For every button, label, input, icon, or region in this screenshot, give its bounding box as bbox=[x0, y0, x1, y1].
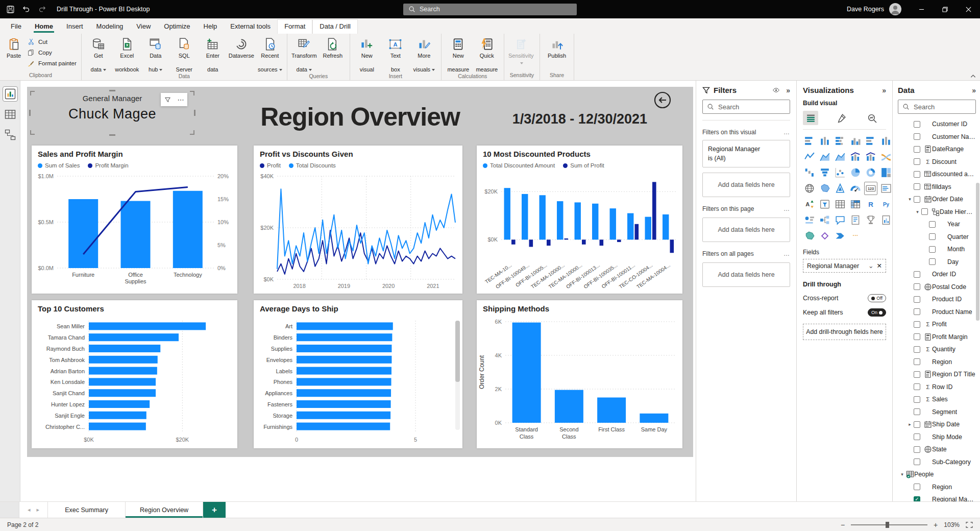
python-visual-icon[interactable]: Py bbox=[879, 198, 892, 211]
clustered-bar-chart-icon[interactable] bbox=[834, 134, 847, 148]
fit-to-page-icon[interactable] bbox=[966, 522, 973, 528]
redo-icon[interactable] bbox=[38, 5, 46, 14]
filter-icon[interactable] bbox=[161, 93, 174, 106]
cut-button[interactable]: Cut bbox=[25, 37, 79, 47]
visual-average-days-to-ship[interactable]: Average Days to Ship05ArtBindersSupplies… bbox=[254, 300, 462, 448]
more-visuals-icon[interactable]: ··· bbox=[849, 229, 862, 243]
line-and-clustered-column-chart-icon[interactable] bbox=[864, 150, 877, 163]
visual-shipping-methods[interactable]: Shipping Methods0K2K4K6KStandardClassSec… bbox=[477, 300, 682, 448]
checkbox[interactable] bbox=[914, 196, 920, 203]
report-page[interactable]: General Manager Chuck Magee ⋯ Region Ove… bbox=[27, 87, 693, 457]
chevron-down-icon[interactable]: ⌄ bbox=[868, 262, 873, 270]
menu-tab-optimize[interactable]: Optimize bbox=[157, 20, 197, 34]
zoom-out-button[interactable]: − bbox=[841, 521, 845, 529]
recent-sources-button[interactable]: Recentsources bbox=[256, 35, 284, 73]
checkbox[interactable] bbox=[914, 358, 920, 365]
kpi-icon[interactable]: A bbox=[803, 198, 816, 211]
data-hub-button[interactable]: Datahub bbox=[141, 35, 170, 73]
treemap-icon[interactable] bbox=[879, 166, 892, 179]
more-options-icon[interactable]: ⋯ bbox=[174, 93, 187, 106]
menu-tab-home[interactable]: Home bbox=[28, 20, 60, 34]
add-data-fields-dropzone[interactable]: Add data fields here bbox=[702, 218, 790, 242]
dataverse-button[interactable]: Dataverse bbox=[227, 35, 256, 59]
regional-manager-slicer[interactable]: General Manager Chuck Magee ⋯ bbox=[30, 91, 194, 135]
checkbox[interactable] bbox=[914, 421, 920, 428]
stacked-column-chart-icon[interactable] bbox=[818, 134, 831, 148]
checkbox[interactable] bbox=[914, 446, 920, 453]
clustered-column-chart-icon[interactable] bbox=[849, 134, 862, 148]
user-name[interactable]: Dave Rogers bbox=[847, 6, 884, 13]
ribbon-chart-icon[interactable] bbox=[879, 150, 892, 163]
checkbox[interactable] bbox=[929, 258, 936, 265]
checkbox[interactable] bbox=[914, 296, 920, 303]
checkbox[interactable] bbox=[914, 433, 920, 440]
text-box-button[interactable]: ATextbox bbox=[381, 35, 410, 73]
data-field-order-id[interactable]: Order ID bbox=[898, 268, 976, 281]
format-painter-button[interactable]: Format painter bbox=[25, 58, 79, 68]
data-field-ship-date[interactable]: ▸Ship Date bbox=[898, 418, 976, 431]
add-drill-fields-dropzone[interactable]: Add drill-through fields here bbox=[803, 324, 886, 340]
menu-tab-data-drill[interactable]: Data / Drill bbox=[312, 19, 358, 34]
checkbox[interactable] bbox=[914, 171, 920, 178]
azure-map-icon[interactable] bbox=[834, 182, 847, 195]
checkbox[interactable] bbox=[914, 396, 920, 403]
metrics-icon[interactable] bbox=[864, 213, 877, 227]
checkbox[interactable] bbox=[914, 308, 920, 315]
paste-button[interactable]: Paste bbox=[3, 35, 25, 59]
drill-field-chip[interactable]: Regional Manager ⌄ ✕ bbox=[803, 259, 886, 273]
more-options-icon[interactable]: … bbox=[783, 205, 790, 212]
filled-map-icon[interactable] bbox=[818, 182, 831, 195]
new-measure-button[interactable]: Newmeasure bbox=[444, 35, 473, 73]
stacked-area-chart-icon[interactable] bbox=[834, 150, 847, 163]
data-field-profit[interactable]: ΣProfit bbox=[898, 318, 976, 331]
r-script-visual-icon[interactable]: R bbox=[864, 198, 877, 211]
collapse-ribbon-icon[interactable] bbox=[970, 74, 976, 78]
data-field-state[interactable]: State bbox=[898, 443, 976, 456]
global-search-input[interactable]: Search bbox=[403, 4, 577, 15]
minimize-button[interactable] bbox=[910, 0, 933, 18]
new-page-button[interactable]: + bbox=[203, 502, 226, 518]
checkbox[interactable] bbox=[914, 158, 920, 165]
scatter-chart-icon[interactable] bbox=[834, 166, 847, 179]
format-visual-tab[interactable] bbox=[834, 111, 849, 125]
table-icon[interactable] bbox=[834, 198, 847, 211]
checkbox[interactable] bbox=[929, 246, 936, 253]
power-apps-icon[interactable] bbox=[818, 229, 831, 243]
data-field-customer-name[interactable]: Customer Name bbox=[898, 131, 976, 143]
close-button[interactable] bbox=[957, 0, 980, 18]
quick-measure-button[interactable]: Quickmeasure bbox=[473, 35, 501, 73]
data-field-product-id[interactable]: Product ID bbox=[898, 293, 976, 306]
arcgis-map-icon[interactable] bbox=[803, 229, 816, 243]
sensitivity-button[interactable]: Sensitivity bbox=[507, 35, 535, 66]
avatar[interactable] bbox=[889, 3, 901, 15]
multi-row-card-icon[interactable] bbox=[879, 182, 892, 195]
add-data-fields-dropzone[interactable]: Add data fields here bbox=[702, 262, 790, 287]
transform-data-button[interactable]: Transformdata bbox=[290, 35, 318, 73]
checkbox[interactable] bbox=[929, 233, 936, 240]
chevron-down-icon[interactable]: ▾ bbox=[914, 209, 921, 214]
checkbox[interactable] bbox=[914, 183, 920, 190]
menu-tab-help[interactable]: Help bbox=[197, 20, 224, 34]
paginated-report-icon[interactable] bbox=[879, 213, 892, 227]
filters-search-input[interactable]: Search bbox=[702, 100, 790, 114]
line-chart-icon[interactable] bbox=[803, 150, 816, 163]
collapse-pane-icon[interactable]: » bbox=[972, 86, 976, 94]
chevron-down-icon[interactable]: ▾ bbox=[906, 197, 913, 202]
build-visual-tab[interactable] bbox=[803, 111, 818, 125]
data-field-row-id[interactable]: ΣRow ID bbox=[898, 381, 976, 394]
eye-icon[interactable] bbox=[772, 86, 780, 94]
scrollbar[interactable] bbox=[455, 321, 460, 430]
copy-button[interactable]: Copy bbox=[25, 47, 79, 58]
matrix-icon[interactable] bbox=[849, 198, 862, 211]
filter-card-regional-manager[interactable]: Regional Manageris (All) bbox=[702, 140, 790, 167]
publish-button[interactable]: Publish bbox=[543, 35, 571, 59]
menu-tab-insert[interactable]: Insert bbox=[60, 20, 90, 34]
data-field-sales[interactable]: ΣSales bbox=[898, 393, 976, 406]
menu-tab-modeling[interactable]: Modeling bbox=[90, 20, 130, 34]
checkbox[interactable] bbox=[914, 283, 920, 290]
donut-chart-icon[interactable] bbox=[864, 166, 877, 179]
prev-page-icon[interactable]: ◂ bbox=[28, 506, 31, 513]
remove-field-icon[interactable]: ✕ bbox=[877, 262, 882, 270]
100-stacked-bar-chart-icon[interactable] bbox=[864, 134, 877, 148]
pie-chart-icon[interactable] bbox=[849, 166, 862, 179]
